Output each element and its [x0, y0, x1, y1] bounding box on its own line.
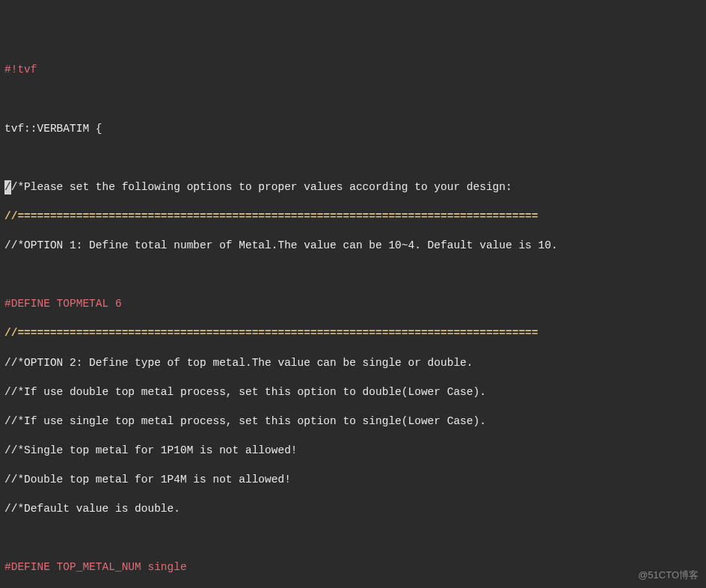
comment-line: //*If use double top metal process, set …	[4, 385, 706, 400]
blank-line	[4, 531, 706, 546]
shebang-line: #!tvf	[4, 63, 706, 78]
watermark-text: @51CTO博客	[638, 569, 699, 582]
separator: //======================================…	[4, 209, 706, 224]
text-cursor: /	[4, 180, 11, 195]
comment-line: //*If use single top metal process, set …	[4, 414, 706, 429]
blank-line	[4, 268, 706, 283]
option-1-line: //*OPTION 1: Define total number of Meta…	[4, 239, 706, 254]
comment-line: //*Single top metal for 1P10M is not all…	[4, 444, 706, 459]
separator: //======================================…	[4, 326, 706, 341]
blank-line	[4, 92, 706, 107]
intro-line-1: //*Please set the following options to p…	[4, 180, 706, 195]
option-2-line: //*OPTION 2: Define type of top metal.Th…	[4, 356, 706, 371]
comment-line: //*Double top metal for 1P4M is not allo…	[4, 473, 706, 488]
define-topmetal: #DEFINE TOPMETAL 6	[4, 297, 706, 312]
comment-line: //*Default value is double.	[4, 502, 706, 517]
intro-text: /*Please set the following options to pr…	[11, 181, 512, 193]
blank-line	[4, 151, 706, 166]
define-top-metal-num: #DEFINE TOP_METAL_NUM single	[4, 560, 706, 575]
verbatim-line: tvf::VERBATIM {	[4, 122, 706, 137]
